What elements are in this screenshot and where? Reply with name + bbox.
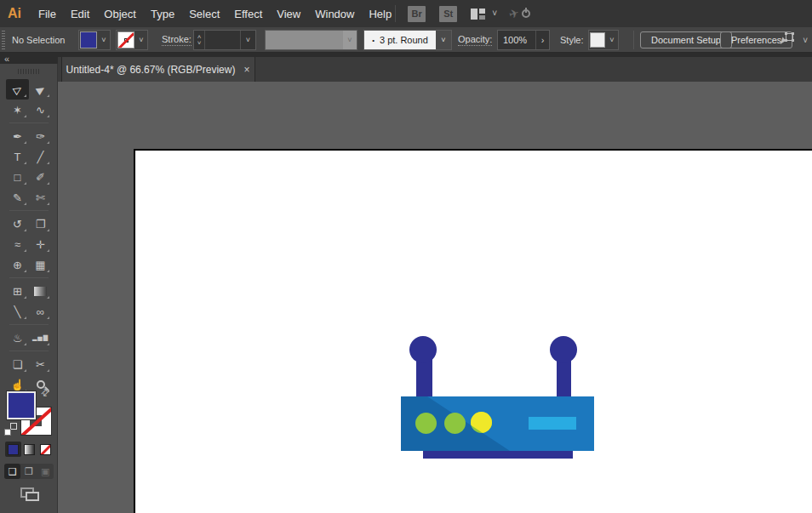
led-green-1[interactable] [415,413,437,434]
tool-blend[interactable]: ∞ [29,301,52,322]
router-base[interactable] [423,451,573,459]
tool-shaper[interactable]: ✎ [6,187,29,208]
tool-pen[interactable]: ✒ [6,126,29,146]
draw-inside-button[interactable]: ▣ [37,464,54,479]
router-body[interactable] [401,396,594,451]
tool-gradient[interactable] [29,281,52,301]
default-fill-stroke-icon[interactable] [4,423,17,436]
document-tab[interactable]: Untitled-4* @ 66.67% (RGB/Preview) × [61,57,255,82]
fill-indicator[interactable] [7,391,36,419]
screen-mode-button[interactable] [0,485,58,504]
type-icon: T [14,151,21,163]
tools-separator [9,123,49,123]
stroke-weight-control[interactable]: ˄ ˅ ˅ [193,30,256,50]
tool-puppet-warp[interactable]: ✛ [29,234,52,254]
antenna-left-ball[interactable] [409,336,437,363]
chevron-down-icon[interactable]: ˅ [606,36,618,44]
menu-help[interactable]: Help [369,8,392,20]
menu-object[interactable]: Object [104,8,136,20]
mesh-icon: ⊞ [13,285,22,298]
tool-artboard[interactable]: ❏ [6,354,29,374]
chevron-down-icon[interactable]: ˅ [98,36,110,44]
tool-scissors[interactable]: ✄ [29,187,52,208]
draw-behind-button[interactable]: ❒ [20,464,37,479]
tool-eyedropper[interactable]: ╲ [6,301,29,322]
workspace-layout-icon[interactable] [471,9,485,20]
menu-view[interactable]: View [277,8,300,20]
opacity-control[interactable]: 100% › [497,30,550,50]
stroke-none-swatch[interactable] [117,31,134,48]
power-icon [522,9,530,18]
collapse-panels-button[interactable]: « [4,54,9,64]
menu-file[interactable]: File [38,8,56,20]
tool-width[interactable]: ≈ [6,234,29,254]
tool-scale[interactable]: ❐ [29,214,52,234]
tool-symbol-sprayer[interactable]: ♨ [6,328,29,348]
tools-panel-grip[interactable] [18,69,40,74]
document-setup-button[interactable]: Document Setup [640,31,732,48]
tool-perspective-grid[interactable]: ▦ [29,254,52,275]
select-similar-control[interactable]: ˅ [779,33,808,48]
tool-lasso[interactable]: ∿ [29,100,52,120]
menu-effect[interactable]: Effect [234,8,262,20]
gradient-button[interactable] [21,442,37,457]
tab-strip: Untitled-4* @ 66.67% (RGB/Preview) × [58,57,812,82]
brush-definition-value: 3 pt. Round [380,35,428,45]
tools-separator [9,277,49,278]
canvas-area[interactable] [58,82,812,513]
artboard-icon: ❏ [13,358,23,371]
illustrator-window: Ai FileEditObjectTypeSelectEffectViewWin… [0,0,812,513]
color-mode-buttons [5,442,54,457]
color-button[interactable] [5,442,21,457]
menu-select[interactable]: Select [189,8,220,20]
menu-list: FileEditObjectTypeSelectEffectViewWindow… [38,8,392,20]
tool-rectangle[interactable]: □ [6,167,29,187]
tool-shape-builder[interactable]: ⊕ [6,254,29,275]
tool-curvature[interactable]: ✑ [29,126,52,146]
tool-column-graph[interactable]: ▂▅▇ [29,328,52,348]
tool-line-segment[interactable]: ╱ [29,146,52,167]
style-dropdown[interactable]: ˅ [588,30,619,50]
menu-type[interactable]: Type [151,8,174,20]
display-screen[interactable] [529,417,576,430]
tool-direct-selection[interactable]: ▶ [29,79,52,100]
panel-grip[interactable] [2,31,5,49]
chevron-down-icon[interactable]: ˅ [135,36,147,44]
menu-window[interactable]: Window [315,8,354,20]
style-swatch[interactable] [590,32,605,48]
chevron-down-icon[interactable]: ˅ [492,9,497,18]
antenna-right-ball[interactable] [550,336,577,363]
menu-edit[interactable]: Edit [71,8,89,20]
stepper-down-icon[interactable]: ˅ [197,40,202,46]
close-tab-icon[interactable]: × [239,64,254,76]
tool-selection[interactable]: ▷ [6,79,29,100]
tool-slice[interactable]: ✂ [29,354,52,374]
tool-rotate[interactable]: ↺ [6,214,29,234]
chevron-down-icon[interactable]: ˅ [436,31,451,49]
tool-type[interactable]: T [6,146,29,167]
drawing-mode-buttons: ❑ ❒ ▣ [4,464,54,479]
router-illustration[interactable] [401,396,594,451]
stroke-weight-field[interactable] [205,31,240,49]
opacity-label[interactable]: Opacity: [458,34,492,46]
gpu-performance-icon[interactable]: ✈ [509,6,531,21]
tool-magic-wand[interactable]: ✶ [6,100,29,120]
opacity-next-icon[interactable]: › [535,31,549,49]
none-button[interactable] [37,442,54,457]
fill-stroke-area: ⇄ [0,389,58,440]
fill-swatch[interactable] [80,31,97,48]
tool-paintbrush[interactable]: ✐ [29,167,52,187]
chevron-down-icon[interactable]: ˅ [803,37,808,45]
bridge-button[interactable]: Br [408,6,426,22]
fill-color-control[interactable]: ˅ [78,30,111,50]
brush-definition-dropdown[interactable]: • 3 pt. Round ˅ [363,30,452,50]
stock-button[interactable]: St [439,6,457,22]
stroke-label[interactable]: Stroke: [162,34,192,46]
app-logo[interactable]: Ai [8,6,33,21]
stroke-color-control[interactable]: ˅ [116,30,148,50]
stroke-weight-stepper[interactable]: ˄ ˅ [194,31,205,49]
opacity-value[interactable]: 100% [498,31,535,49]
tool-mesh[interactable]: ⊞ [6,281,29,301]
draw-normal-button[interactable]: ❑ [4,464,20,479]
chevron-down-icon[interactable]: ˅ [240,31,255,49]
